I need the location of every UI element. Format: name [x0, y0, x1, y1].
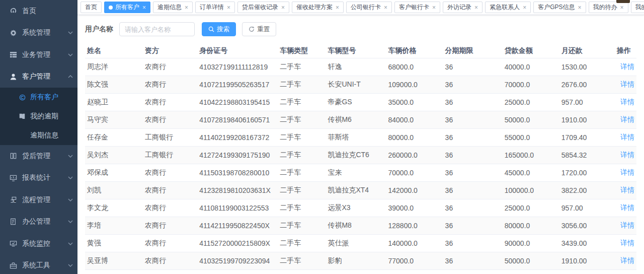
cell-vehicle-type: 二手车 — [278, 76, 326, 93]
tab[interactable]: 紧急联系人 × — [485, 2, 531, 13]
sidebar-item-all-customers[interactable]: 所有客户 — [0, 88, 77, 107]
tab-label: 我的流程 — [635, 3, 644, 12]
cell-term: 36 — [443, 234, 503, 252]
close-icon[interactable]: × — [227, 5, 230, 11]
cell-action: 详情 — [615, 111, 636, 128]
cell-id-number: 411503198708280010 — [197, 164, 278, 181]
sidebar-item-system-monitoring[interactable]: 系统监控 — [0, 233, 77, 255]
close-icon[interactable]: × — [578, 5, 581, 11]
cell-vehicle-price: 84000.0 — [386, 111, 443, 128]
cell-vehicle-price: 39000.0 — [386, 199, 443, 217]
cell-monthly-payment: 1709.40 — [559, 128, 615, 146]
close-icon[interactable]: × — [336, 5, 339, 11]
tab[interactable]: 订单详情 × — [195, 2, 235, 13]
tab-label: 催收处理方案 — [296, 3, 333, 12]
cell-action: 详情 — [615, 234, 636, 252]
detail-link[interactable]: 详情 — [620, 203, 634, 212]
tab[interactable]: 催收处理方案 × — [292, 2, 344, 13]
tab[interactable]: 贷后催收记录 × — [237, 2, 289, 13]
sidebar-item-office-management[interactable]: 办公管理 — [0, 211, 77, 233]
sidebar-item-report-statistics[interactable]: 报表统计 — [0, 167, 77, 189]
close-icon[interactable]: × — [281, 5, 285, 11]
sidebar-item-home[interactable]: 首页 — [0, 0, 77, 22]
sidebar-item-label: 我的逾期 — [30, 112, 73, 121]
tab[interactable]: 逾期信息 × — [153, 2, 193, 13]
tab[interactable]: 外访记录 × — [443, 2, 482, 13]
cell-id-number: 410721199505263517 — [197, 76, 278, 93]
sidebar-item-postloan-management[interactable]: 贷后管理 — [0, 145, 77, 167]
detail-link[interactable]: 详情 — [620, 256, 634, 264]
chevron-down-icon — [67, 175, 73, 181]
cell-name: 黄强 — [85, 234, 143, 252]
tab[interactable]: 我的流程 × — [631, 2, 644, 13]
sidebar-item-label: 报表统计 — [22, 173, 67, 182]
sidebar-item-my-overdue[interactable]: 我的逾期 — [0, 107, 77, 126]
table-row: 李文龙 农商行 411081199003122553 二手车 远景X3 3900… — [85, 199, 636, 217]
detail-link[interactable]: 详情 — [620, 62, 634, 71]
cell-vehicle-price: 70000.0 — [386, 164, 443, 181]
sidebar: 首页 系统管理 业务管理 客户管理 — [0, 0, 77, 274]
column-header: 姓名 — [85, 44, 143, 58]
sidebar-nav: 首页 系统管理 业务管理 客户管理 — [0, 0, 77, 274]
cell-monthly-payment: 1530.00 — [559, 58, 615, 76]
cell-loan-amount: 25000.0 — [503, 199, 559, 217]
username-input[interactable] — [119, 22, 195, 36]
close-icon[interactable]: × — [523, 5, 526, 11]
close-icon[interactable]: × — [142, 5, 146, 11]
detail-link[interactable]: 详情 — [620, 98, 634, 106]
cell-monthly-payment: 1720.00 — [559, 164, 615, 181]
tab[interactable]: 公司银行卡 × — [346, 2, 392, 13]
cell-term: 36 — [443, 164, 503, 181]
sidebar-item-label: 办公管理 — [22, 217, 67, 226]
tab[interactable]: 我的待办 × — [589, 2, 628, 13]
cell-action: 详情 — [615, 181, 636, 199]
detail-link[interactable]: 详情 — [620, 151, 634, 159]
cell-name: 吴刘杰 — [85, 146, 143, 164]
cell-loan-amount: 40000.0 — [503, 58, 559, 76]
avatar-partial[interactable] — [616, 0, 630, 3]
username-label: 用户名称 — [85, 25, 113, 34]
sidebar-item-system-management[interactable]: 系统管理 — [0, 22, 77, 44]
cell-vehicle-model: 轩逸 — [326, 58, 386, 76]
cell-funder: 农商行 — [143, 76, 197, 93]
sidebar-item-system-tools[interactable]: 系统工具 — [0, 255, 77, 274]
column-header: 资方 — [143, 44, 197, 58]
detail-link[interactable]: 详情 — [620, 133, 634, 141]
customers-table: 姓名资方身份证号车辆类型车辆型号车辆价格分期期限贷款金额月还款操作 周志洋 农商… — [85, 44, 636, 274]
sidebar-item-business-management[interactable]: 业务管理 — [0, 44, 77, 66]
tags-bar: 首页 所有客户 × 逾期信息 × 订单详情 × — [77, 0, 644, 15]
detail-link[interactable]: 详情 — [620, 80, 634, 88]
cell-term: 36 — [443, 76, 503, 93]
detail-link[interactable]: 详情 — [620, 115, 634, 123]
table-row: 周志洋 农商行 410327199111112819 二手车 轩逸 68000.… — [85, 58, 636, 76]
close-icon[interactable]: × — [185, 5, 188, 11]
search-button[interactable]: 搜索 — [202, 22, 236, 36]
close-icon[interactable]: × — [432, 5, 436, 11]
tab-label: 客户银行卡 — [399, 3, 429, 12]
close-icon[interactable]: × — [474, 5, 478, 11]
detail-link[interactable]: 详情 — [620, 239, 634, 247]
sidebar-item-overdue-info[interactable]: 逾期信息 — [0, 126, 77, 145]
search-button-label: 搜索 — [217, 25, 229, 34]
cell-loan-amount: 45000.0 — [503, 164, 559, 181]
detail-link[interactable]: 详情 — [620, 186, 634, 194]
refresh-icon — [249, 26, 255, 32]
cell-funder: 工商银行 — [143, 128, 197, 146]
sidebar-item-process-management[interactable]: 流程管理 — [0, 189, 77, 211]
tab[interactable]: 所有客户 × — [104, 2, 150, 13]
tab[interactable]: 客户GPS信息 × — [533, 2, 586, 13]
close-icon[interactable]: × — [620, 5, 624, 11]
tab[interactable]: 首页 — [80, 2, 102, 13]
close-icon[interactable]: × — [384, 5, 387, 11]
sidebar-item-customer-management[interactable]: 客户管理 — [0, 66, 77, 88]
cell-action: 详情 — [615, 217, 636, 234]
cell-vehicle-type: 二手车 — [278, 252, 326, 269]
table-row: 马守宾 农商行 410728198406160571 二手车 传祺M6 8400… — [85, 111, 636, 128]
detail-link[interactable]: 详情 — [620, 221, 634, 229]
reset-button[interactable]: 重置 — [242, 22, 276, 36]
detail-link[interactable]: 详情 — [620, 168, 634, 176]
cell-vehicle-price: 128800.0 — [386, 217, 443, 234]
cell-monthly-payment: 957.00 — [559, 93, 615, 111]
column-header: 车辆型号 — [326, 44, 386, 58]
tab[interactable]: 客户银行卡 × — [394, 2, 440, 13]
